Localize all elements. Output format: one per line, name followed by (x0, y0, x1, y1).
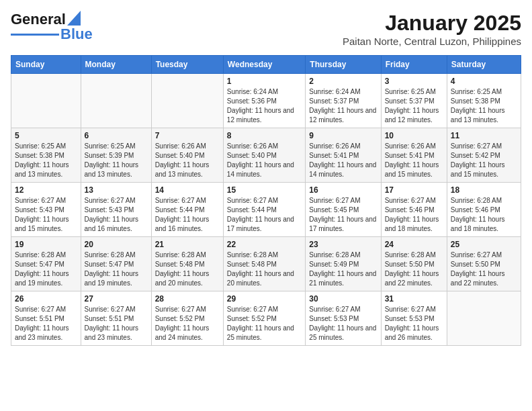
day-number: 1 (227, 77, 302, 86)
calendar-cell: 6Sunrise: 6:25 AM Sunset: 5:39 PM Daylig… (81, 128, 151, 183)
col-sunday: Sunday (11, 56, 81, 74)
day-number: 30 (309, 294, 377, 304)
col-thursday: Thursday (306, 56, 381, 74)
day-number: 19 (15, 240, 77, 249)
day-info: Sunrise: 6:27 AM Sunset: 5:43 PM Dayligh… (15, 196, 77, 234)
day-info: Sunrise: 6:25 AM Sunset: 5:39 PM Dayligh… (85, 142, 148, 179)
day-number: 26 (15, 294, 77, 304)
calendar-week-row: 1Sunrise: 6:24 AM Sunset: 5:36 PM Daylig… (11, 74, 521, 128)
col-saturday: Saturday (447, 56, 521, 74)
day-number: 14 (155, 185, 220, 195)
calendar-cell: 31Sunrise: 6:27 AM Sunset: 5:53 PM Dayli… (381, 291, 447, 346)
svg-marker-0 (67, 11, 81, 26)
day-number: 4 (451, 77, 517, 86)
calendar-cell: 8Sunrise: 6:26 AM Sunset: 5:40 PM Daylig… (223, 128, 306, 183)
col-monday: Monday (81, 56, 151, 74)
calendar-cell: 19Sunrise: 6:28 AM Sunset: 5:47 PM Dayli… (11, 237, 81, 291)
day-info: Sunrise: 6:25 AM Sunset: 5:38 PM Dayligh… (15, 142, 77, 179)
day-info: Sunrise: 6:28 AM Sunset: 5:48 PM Dayligh… (155, 250, 220, 288)
day-number: 16 (309, 185, 377, 195)
day-info: Sunrise: 6:25 AM Sunset: 5:38 PM Dayligh… (451, 87, 517, 125)
day-info: Sunrise: 6:26 AM Sunset: 5:41 PM Dayligh… (309, 142, 377, 179)
day-info: Sunrise: 6:25 AM Sunset: 5:37 PM Dayligh… (385, 87, 443, 125)
day-info: Sunrise: 6:26 AM Sunset: 5:40 PM Dayligh… (155, 142, 220, 179)
day-info: Sunrise: 6:27 AM Sunset: 5:44 PM Dayligh… (227, 196, 302, 234)
day-info: Sunrise: 6:26 AM Sunset: 5:40 PM Dayligh… (227, 142, 302, 179)
calendar-cell: 15Sunrise: 6:27 AM Sunset: 5:44 PM Dayli… (223, 183, 306, 237)
calendar-cell: 5Sunrise: 6:25 AM Sunset: 5:38 PM Daylig… (11, 128, 81, 183)
calendar-cell: 11Sunrise: 6:27 AM Sunset: 5:42 PM Dayli… (447, 128, 521, 183)
calendar-cell: 25Sunrise: 6:27 AM Sunset: 5:50 PM Dayli… (447, 237, 521, 291)
day-info: Sunrise: 6:27 AM Sunset: 5:53 PM Dayligh… (309, 305, 377, 342)
page-header: General Blue January 2025 Paitan Norte, … (11, 11, 521, 47)
day-number: 10 (385, 131, 443, 140)
day-info: Sunrise: 6:27 AM Sunset: 5:43 PM Dayligh… (85, 196, 148, 234)
calendar-cell: 12Sunrise: 6:27 AM Sunset: 5:43 PM Dayli… (11, 183, 81, 237)
day-info: Sunrise: 6:27 AM Sunset: 5:51 PM Dayligh… (85, 305, 148, 342)
day-number: 15 (227, 185, 302, 195)
calendar-cell: 27Sunrise: 6:27 AM Sunset: 5:51 PM Dayli… (81, 291, 151, 346)
day-number: 29 (227, 294, 302, 304)
calendar-cell: 29Sunrise: 6:27 AM Sunset: 5:52 PM Dayli… (223, 291, 306, 346)
day-number: 20 (85, 240, 148, 249)
calendar-header-row: Sunday Monday Tuesday Wednesday Thursday… (11, 56, 521, 74)
calendar-week-row: 5Sunrise: 6:25 AM Sunset: 5:38 PM Daylig… (11, 128, 521, 183)
calendar-cell: 17Sunrise: 6:27 AM Sunset: 5:46 PM Dayli… (381, 183, 447, 237)
day-info: Sunrise: 6:28 AM Sunset: 5:47 PM Dayligh… (85, 250, 148, 288)
calendar-cell: 9Sunrise: 6:26 AM Sunset: 5:41 PM Daylig… (306, 128, 381, 183)
day-number: 18 (451, 185, 517, 195)
calendar-cell: 24Sunrise: 6:28 AM Sunset: 5:50 PM Dayli… (381, 237, 447, 291)
calendar-cell: 16Sunrise: 6:27 AM Sunset: 5:45 PM Dayli… (306, 183, 381, 237)
calendar-cell (447, 291, 521, 346)
day-number: 17 (385, 185, 443, 195)
day-number: 6 (85, 131, 148, 140)
day-info: Sunrise: 6:28 AM Sunset: 5:50 PM Dayligh… (385, 250, 443, 288)
day-info: Sunrise: 6:27 AM Sunset: 5:46 PM Dayligh… (385, 196, 443, 234)
day-info: Sunrise: 6:24 AM Sunset: 5:37 PM Dayligh… (309, 87, 377, 125)
calendar-cell: 1Sunrise: 6:24 AM Sunset: 5:36 PM Daylig… (223, 74, 306, 128)
calendar-cell: 2Sunrise: 6:24 AM Sunset: 5:37 PM Daylig… (306, 74, 381, 128)
calendar-title: January 2025 (343, 11, 521, 36)
day-number: 27 (85, 294, 148, 304)
day-info: Sunrise: 6:28 AM Sunset: 5:46 PM Dayligh… (451, 196, 517, 234)
day-info: Sunrise: 6:27 AM Sunset: 5:53 PM Dayligh… (385, 305, 443, 342)
col-wednesday: Wednesday (223, 56, 306, 74)
calendar-cell (11, 74, 81, 128)
day-info: Sunrise: 6:27 AM Sunset: 5:51 PM Dayligh… (15, 305, 77, 342)
day-info: Sunrise: 6:28 AM Sunset: 5:49 PM Dayligh… (309, 250, 377, 288)
day-number: 24 (385, 240, 443, 249)
day-number: 23 (309, 240, 377, 249)
day-number: 11 (451, 131, 517, 140)
calendar-week-row: 19Sunrise: 6:28 AM Sunset: 5:47 PM Dayli… (11, 237, 521, 291)
calendar-cell (151, 74, 223, 128)
day-number: 9 (309, 131, 377, 140)
calendar-cell: 14Sunrise: 6:27 AM Sunset: 5:44 PM Dayli… (151, 183, 223, 237)
col-tuesday: Tuesday (151, 56, 223, 74)
day-number: 7 (155, 131, 220, 140)
calendar-cell: 23Sunrise: 6:28 AM Sunset: 5:49 PM Dayli… (306, 237, 381, 291)
calendar-subtitle: Paitan Norte, Central Luzon, Philippines (343, 36, 521, 47)
day-number: 21 (155, 240, 220, 249)
logo-blue: Blue (60, 26, 93, 43)
day-info: Sunrise: 6:27 AM Sunset: 5:45 PM Dayligh… (309, 196, 377, 234)
calendar-cell: 20Sunrise: 6:28 AM Sunset: 5:47 PM Dayli… (81, 237, 151, 291)
day-number: 25 (451, 240, 517, 249)
logo: General Blue (11, 11, 93, 43)
calendar-cell: 22Sunrise: 6:28 AM Sunset: 5:48 PM Dayli… (223, 237, 306, 291)
calendar-week-row: 26Sunrise: 6:27 AM Sunset: 5:51 PM Dayli… (11, 291, 521, 346)
day-number: 3 (385, 77, 443, 86)
calendar-cell: 13Sunrise: 6:27 AM Sunset: 5:43 PM Dayli… (81, 183, 151, 237)
calendar-cell: 7Sunrise: 6:26 AM Sunset: 5:40 PM Daylig… (151, 128, 223, 183)
calendar-cell: 18Sunrise: 6:28 AM Sunset: 5:46 PM Dayli… (447, 183, 521, 237)
day-info: Sunrise: 6:27 AM Sunset: 5:44 PM Dayligh… (155, 196, 220, 234)
calendar-cell: 26Sunrise: 6:27 AM Sunset: 5:51 PM Dayli… (11, 291, 81, 346)
day-number: 5 (15, 131, 77, 140)
day-number: 22 (227, 240, 302, 249)
calendar-cell: 3Sunrise: 6:25 AM Sunset: 5:37 PM Daylig… (381, 74, 447, 128)
calendar-cell: 10Sunrise: 6:26 AM Sunset: 5:41 PM Dayli… (381, 128, 447, 183)
day-info: Sunrise: 6:26 AM Sunset: 5:41 PM Dayligh… (385, 142, 443, 179)
day-info: Sunrise: 6:27 AM Sunset: 5:52 PM Dayligh… (155, 305, 220, 342)
day-info: Sunrise: 6:27 AM Sunset: 5:50 PM Dayligh… (451, 250, 517, 288)
day-info: Sunrise: 6:27 AM Sunset: 5:42 PM Dayligh… (451, 142, 517, 179)
day-number: 31 (385, 294, 443, 304)
